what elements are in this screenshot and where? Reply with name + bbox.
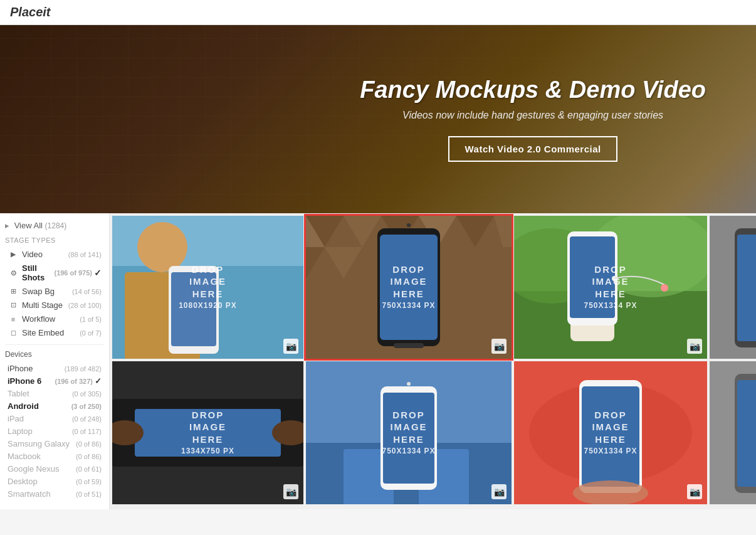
grid-row-1: DROPIMAGEHERE 1080x1920 px 📷 <box>112 216 756 359</box>
device-macbook-count: (0 of 86) <box>76 453 102 460</box>
cell-5-camera-icon[interactable]: 📷 <box>283 484 298 499</box>
svg-rect-18 <box>380 235 438 340</box>
svg-rect-44 <box>383 393 434 484</box>
device-item-iphone6[interactable]: iPhone 6 (196 of 327) ✓ <box>5 375 104 387</box>
device-item-ipad[interactable]: iPad (0 of 248) <box>5 413 104 425</box>
grid-cell-3[interactable]: DROPIMAGEHERE 750x1334 px 📷 <box>514 216 707 359</box>
device-item-samsung[interactable]: Samsung Galaxy (0 of 86) <box>5 438 104 450</box>
sidebar-still-shots-count: (196 of 975) <box>54 269 92 277</box>
device-item-laptop[interactable]: Laptop (0 of 117) <box>5 425 104 437</box>
view-all-count: (1284) <box>45 221 67 230</box>
header: Placeit <box>0 0 756 25</box>
swap-bg-icon: ⊞ <box>8 287 19 296</box>
hero-title: Fancy Mockups & Demo Video <box>360 77 706 103</box>
sidebar-item-multi-stage[interactable]: ⊡ Multi Stage (28 of 100) <box>5 299 104 312</box>
still-shots-icon: ⊙ <box>8 268 19 277</box>
device-ipad-label: iPad <box>8 414 72 423</box>
device-iphone6-label: iPhone 6 <box>8 376 55 386</box>
sidebar-still-shots-label: Still Shots <box>22 263 52 282</box>
device-item-tablet[interactable]: Tablet (0 of 305) <box>5 388 104 400</box>
cell-7-camera-icon[interactable]: 📷 <box>687 484 702 499</box>
sidebar-item-workflow[interactable]: ≡ Workflow (1 of 5) <box>5 312 104 326</box>
sidebar-site-embed-count: (0 of 7) <box>80 329 102 337</box>
sidebar-site-embed-label: Site Embed <box>22 328 78 337</box>
iphone6-check: ✓ <box>95 376 102 386</box>
device-laptop-count: (0 of 117) <box>72 428 102 435</box>
device-iphone-count: (189 of 482) <box>65 365 102 373</box>
cell-1-bg <box>112 216 303 359</box>
device-item-desktop[interactable]: Desktop (0 of 59) <box>5 475 104 487</box>
hero-subtitle: Videos now include hand gestures & engag… <box>360 110 706 121</box>
sidebar-multi-stage-count: (28 of 100) <box>68 302 102 309</box>
grid-cell-6[interactable]: DROPIMAGEHERE 750x1334 px 📷 <box>306 361 512 504</box>
grid-cell-8[interactable]: 📷 <box>710 361 756 504</box>
sidebar-item-video[interactable]: ▶ Video (88 of 141) <box>5 248 104 261</box>
cell-5-bg <box>112 361 303 504</box>
svg-rect-6 <box>171 272 216 346</box>
svg-point-2 <box>137 222 187 272</box>
hero-content: Fancy Mockups & Demo Video Videos now in… <box>109 77 756 162</box>
sidebar-item-still-shots[interactable]: ⊙ Still Shots (196 of 975) ✓ <box>5 262 104 284</box>
device-samsung-label: Samsung Galaxy <box>8 439 76 448</box>
device-laptop-label: Laptop <box>8 426 72 436</box>
sidebar: ▸ View All (1284) Stage Types ▶ Video (8… <box>0 213 110 509</box>
svg-rect-32 <box>737 235 756 341</box>
grid-cell-7[interactable]: DROPIMAGEHERE 750x1334 px 📷 <box>514 361 707 504</box>
device-smartwatch-label: Smartwatch <box>8 489 76 499</box>
grid-area: DROPIMAGEHERE 1080x1920 px 📷 <box>110 213 756 509</box>
sidebar-video-label: Video <box>22 250 66 259</box>
device-macbook-label: Macbook <box>8 452 76 461</box>
cell-6-bg <box>306 361 512 504</box>
cell-3-camera-icon[interactable]: 📷 <box>687 339 702 354</box>
devices-section-title: Devices <box>5 350 104 359</box>
cell-2-bg <box>306 216 512 359</box>
device-item-macbook[interactable]: Macbook (0 of 86) <box>5 450 104 462</box>
svg-point-19 <box>407 223 411 227</box>
device-item-iphone[interactable]: iPhone (189 of 482) <box>5 363 104 374</box>
sidebar-item-site-embed[interactable]: ◻ Site Embed (0 of 7) <box>5 326 104 339</box>
device-item-android[interactable]: Android (3 of 250) <box>5 400 104 412</box>
cell-2-camera-icon[interactable]: 📷 <box>491 339 507 354</box>
cell-3-bg <box>514 216 707 359</box>
sidebar-swap-bg-label: Swap Bg <box>22 287 70 296</box>
logo[interactable]: Placeit <box>10 5 50 19</box>
cell-1-camera-icon[interactable]: 📷 <box>283 339 298 354</box>
sidebar-swap-bg-count: (14 of 56) <box>72 288 102 295</box>
sidebar-item-swap-bg[interactable]: ⊞ Swap Bg (14 of 56) <box>5 285 104 298</box>
stage-types-section-title: Stage Types <box>5 236 104 244</box>
device-android-count: (3 of 250) <box>71 403 102 410</box>
grid-cell-1[interactable]: DROPIMAGEHERE 1080x1920 px 📷 <box>112 216 303 359</box>
sidebar-multi-stage-label: Multi Stage <box>22 300 66 310</box>
device-tablet-label: Tablet <box>8 389 72 398</box>
device-desktop-count: (0 of 59) <box>76 478 102 485</box>
watch-video-button[interactable]: Watch Video 2.0 Commercial <box>448 136 617 162</box>
sidebar-divider <box>5 344 104 345</box>
grid-cell-5[interactable]: DROPIMAGEHERE 1334x750 px 📷 <box>112 361 303 504</box>
device-nexus-count: (0 of 61) <box>76 465 102 473</box>
grid-row-2: DROPIMAGEHERE 1334x750 px 📷 <box>112 361 756 504</box>
device-item-smartwatch[interactable]: Smartwatch (0 of 51) <box>5 488 104 500</box>
still-shots-check: ✓ <box>94 268 102 278</box>
device-ipad-count: (0 of 248) <box>72 415 102 423</box>
device-tablet-count: (0 of 305) <box>72 390 102 398</box>
site-embed-icon: ◻ <box>8 329 19 337</box>
device-item-google-nexus[interactable]: Google Nexus (0 of 61) <box>5 463 104 475</box>
main-content: ▸ View All (1284) Stage Types ▶ Video (8… <box>0 213 756 509</box>
svg-rect-54 <box>737 380 756 487</box>
cell-6-camera-icon[interactable]: 📷 <box>491 484 507 499</box>
device-iphone-label: iPhone <box>8 364 65 373</box>
view-all-label: View All <box>14 221 43 230</box>
cell-7-bg <box>514 361 707 504</box>
svg-rect-36 <box>135 409 281 457</box>
grid-cell-2[interactable]: DROPIMAGEHERE 750x1334 px 📷 <box>306 216 512 359</box>
svg-point-29 <box>661 284 668 292</box>
device-samsung-count: (0 of 86) <box>76 440 102 448</box>
multi-stage-icon: ⊡ <box>8 301 19 310</box>
view-all-item[interactable]: ▸ View All (1284) <box>5 221 104 230</box>
workflow-icon: ≡ <box>8 315 19 324</box>
device-smartwatch-count: (0 of 51) <box>76 490 102 498</box>
grid-cell-4[interactable]: 📷 <box>710 216 756 359</box>
device-nexus-label: Google Nexus <box>8 464 76 474</box>
arrow-icon: ▸ <box>5 221 9 230</box>
cell-4-bg <box>710 216 756 359</box>
